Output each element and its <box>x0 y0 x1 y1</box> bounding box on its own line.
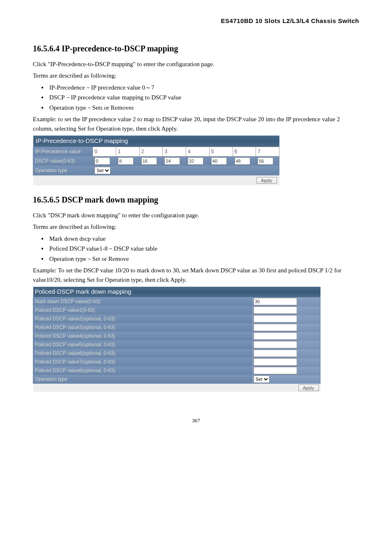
row-label: Policed DSCP value7(optional, 0-63) <box>33 357 252 366</box>
dscp-input-0[interactable] <box>95 157 110 165</box>
policed-dscp-table: Policed-DSCP mark down mapping Mark down… <box>33 287 321 392</box>
page-number: 367 <box>33 417 359 425</box>
row-label: Policed DSCP value4(optional, 0-63) <box>33 332 252 340</box>
bullet-item: Mark down dscp value <box>41 234 359 244</box>
policed-dscp-8-input[interactable] <box>254 367 297 374</box>
operation-type-select[interactable]: Set <box>95 167 111 174</box>
dscp-input-4[interactable] <box>188 157 203 165</box>
section1-terms-label: Terms are described as following: <box>33 71 359 81</box>
precedence-value: 1 <box>116 147 139 156</box>
table-title: IP-Precedence-to-DSCP mapping <box>33 136 279 147</box>
precedence-value: 5 <box>209 147 233 156</box>
section1-intro: Click "IP-Precedence-to-DSCP mapping" to… <box>33 60 359 69</box>
row-label: Policed DSCP value2(optional, 0-63) <box>33 314 252 323</box>
section2-intro: Click "DSCP mark down mapping" to enter … <box>33 211 359 220</box>
bullet-item: IP-Precedence－IP precedence value 0～7 <box>41 83 359 92</box>
mark-down-input[interactable] <box>254 298 297 305</box>
policed-dscp-3-input[interactable] <box>254 324 297 331</box>
row-label: Policed DSCP value6(optional, 0-63) <box>33 349 252 357</box>
row-label: IP-Precedence value <box>33 147 93 156</box>
row-label: Operation type <box>33 166 93 175</box>
precedence-value: 2 <box>139 147 163 156</box>
dscp-input-7[interactable] <box>258 157 273 165</box>
row-label: Policed DSCP value1(0-63) <box>33 306 252 314</box>
ip-precedence-table: IP-Precedence-to-DSCP mapping IP-Precede… <box>33 136 279 185</box>
policed-dscp-1-input[interactable] <box>254 306 297 314</box>
policed-dscp-6-input[interactable] <box>254 350 297 357</box>
row-label: Operation type <box>33 375 252 383</box>
bullet-item: Operation type－Sets or Removes <box>41 103 359 113</box>
section1-heading: 16.5.6.4 IP-precedence-to-DSCP mapping <box>33 42 359 55</box>
precedence-value: 7 <box>256 147 279 156</box>
precedence-value: 3 <box>163 147 186 156</box>
policed-dscp-5-input[interactable] <box>254 341 297 348</box>
precedence-value: 6 <box>233 147 256 156</box>
precedence-value: 4 <box>186 147 210 156</box>
operation-type-select[interactable]: Set <box>254 375 270 383</box>
policed-dscp-7-input[interactable] <box>254 358 297 366</box>
bullet-item: Policed DSCP value1-8－DSCP value table <box>41 244 359 253</box>
dscp-input-3[interactable] <box>164 157 180 165</box>
document-header: ES4710BD 10 Slots L2/L3/L4 Chassis Switc… <box>33 16 359 26</box>
section1-bullets: IP-Precedence－IP precedence value 0～7 DS… <box>33 83 359 113</box>
bullet-item: DSCP－IP precedence value mapping to DSCP… <box>41 93 359 102</box>
precedence-value: 0 <box>93 147 116 156</box>
row-label: Policed DSCP value3(optional, 0-63) <box>33 323 252 332</box>
table-title: Policed-DSCP mark down mapping <box>33 287 321 297</box>
policed-dscp-2-input[interactable] <box>254 315 297 322</box>
dscp-input-2[interactable] <box>141 157 157 165</box>
section2-heading: 16.5.6.5 DSCP mark down mapping <box>33 193 359 206</box>
section2-bullets: Mark down dscp value Policed DSCP value1… <box>33 234 359 264</box>
section2-example: Example: To set the DSCP value 10/20 to … <box>33 266 359 284</box>
section2-terms-label: Terms are described as following: <box>33 222 359 232</box>
dscp-input-1[interactable] <box>118 157 134 165</box>
row-label: Policed DSCP value8(optional, 0-63) <box>33 366 252 375</box>
apply-button[interactable]: Apply <box>298 385 319 391</box>
policed-dscp-4-input[interactable] <box>254 332 297 340</box>
row-label: Mark down DSCP value(0-63) <box>33 297 252 306</box>
section1-example: Example: to set the IP precedence value … <box>33 115 359 133</box>
dscp-input-5[interactable] <box>211 157 227 165</box>
row-label: Policed DSCP value5(optional, 0-63) <box>33 340 252 349</box>
row-label: DSCP value(0-63) <box>33 156 93 166</box>
dscp-input-6[interactable] <box>235 157 250 165</box>
bullet-item: Operation type－Set or Remove <box>41 254 359 264</box>
apply-button[interactable]: Apply <box>256 177 277 184</box>
